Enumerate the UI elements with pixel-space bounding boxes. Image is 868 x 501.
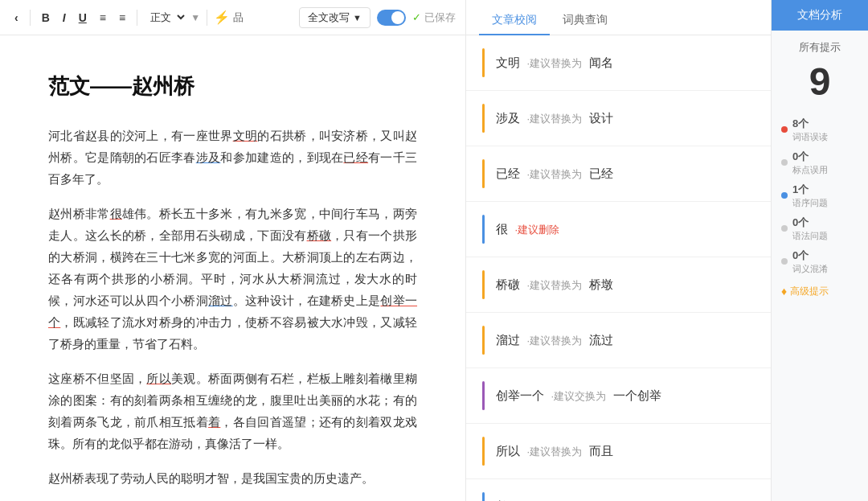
review-panel: 文章校阅 词典查询 文明 ·建议替换为 闻名 涉及 ·建议替换为 设计 已经 ·…: [466, 0, 772, 501]
analysis-total-count: 9: [781, 61, 858, 104]
analysis-item-4: 0个 语法问题: [781, 216, 858, 242]
editor-para-4: 赵州桥表现了劳动人民的聪明才智，是我国宝贵的历史遗产。: [48, 467, 417, 489]
item-content-5: 桥礅 ·建议替换为 桥墩: [496, 277, 755, 293]
item-bar-3: [482, 159, 485, 188]
item-replace-3: 已经: [589, 166, 613, 180]
item-suggest-6: ·建议替换为: [526, 335, 582, 347]
word-wenming: 文明: [233, 129, 258, 142]
item-bar-8: [482, 437, 485, 466]
toolbar-right: 全文改写 ▼ ✓ 已保存: [299, 7, 456, 28]
analysis-item-1: 8个 词语误读: [781, 117, 858, 143]
word-sheji: 涉及: [196, 150, 221, 164]
tab-article[interactable]: 文章校阅: [479, 6, 550, 35]
review-item-4[interactable]: 很 ·建议删除: [466, 202, 771, 257]
item-bar-1: [482, 48, 485, 77]
full-rewrite-btn[interactable]: 全文改写 ▼: [299, 7, 371, 28]
toggle-switch[interactable]: [377, 10, 406, 26]
dot-icon-3: [781, 192, 788, 199]
analysis-content: 所有提示 9 8个 词语误读 0个 标点误用 1个 语序问题: [772, 31, 868, 501]
italic-button[interactable]: I: [58, 8, 71, 27]
item-word-2: 涉及: [496, 111, 520, 125]
item-suggest-5: ·建议替换为: [526, 279, 582, 291]
word-suoyi: 所以: [146, 372, 171, 385]
dot-icon-1: [781, 126, 788, 133]
item-content-7: 创举一个 ·建议交换为 一个创举: [496, 388, 755, 404]
editor-para-2: 赵州桥非常很雄伟。桥长五十多米，有九米多宽，中间行车马，两旁走人。这么长的桥，全…: [48, 203, 417, 355]
analysis-item-3: 1个 语序问题: [781, 183, 858, 209]
separator-3: [207, 10, 207, 26]
separator-2: [137, 10, 137, 26]
review-item-8[interactable]: 所以 ·建议替换为 而且: [466, 424, 771, 479]
item-bar-7: [482, 381, 485, 410]
review-item-3[interactable]: 已经 ·建议替换为 已经: [466, 146, 771, 202]
ordered-list-button[interactable]: ≡: [95, 8, 111, 27]
item-replace-8: 而且: [589, 444, 613, 458]
item-word-1: 文明: [496, 55, 520, 69]
item-word-7: 创举一个: [496, 388, 544, 402]
item-word-4: 很: [496, 222, 508, 236]
analysis-item-label-4: 0个 语法问题: [792, 216, 828, 242]
dot-icon-2: [781, 159, 788, 166]
analysis-item-label-1: 8个 词语误读: [792, 117, 828, 143]
word-qiaodun: 桥礅: [307, 228, 332, 242]
review-item-6[interactable]: 溜过 ·建议替换为 流过: [466, 313, 771, 368]
advanced-hint-label: 高级提示: [790, 285, 829, 298]
analysis-item-label-3: 1个 语序问题: [792, 183, 828, 209]
editor-para-3: 这座桥不但坚固，所以美观。桥面两侧有石栏，栏板上雕刻着橄里糊涂的图案：有的刻着两…: [48, 368, 417, 454]
review-item-1[interactable]: 文明 ·建议替换为 闻名: [466, 35, 771, 91]
item-replace-7: 一个创举: [613, 388, 661, 402]
save-check-icon: ✓: [412, 11, 421, 23]
toolbar: ‹ B I U ≡ ≡ 正文 ▼ ⚡ 品 全文改写 ▼ ✓ 已保存: [0, 0, 465, 35]
item-word-8: 所以: [496, 444, 520, 458]
word-hen: 很: [110, 207, 122, 220]
item-suggest-2: ·建议替换为: [526, 113, 582, 125]
analysis-item-label-5: 0个 词义混淆: [792, 248, 828, 275]
item-suggest-1: ·建议替换为: [526, 57, 582, 69]
separator-1: [30, 10, 31, 26]
item-replace-6: 流过: [589, 333, 613, 347]
tab-dict[interactable]: 词典查询: [550, 6, 620, 35]
review-items-list: 文明 ·建议替换为 闻名 涉及 ·建议替换为 设计 已经 ·建议替换为 已经: [466, 35, 771, 501]
advanced-hint[interactable]: ♦ 高级提示: [781, 285, 858, 298]
item-suggest-3: ·建议替换为: [526, 168, 582, 180]
analysis-btn[interactable]: 文档分析: [772, 0, 868, 31]
item-bar-9: [482, 492, 485, 501]
item-content-4: 很 ·建议删除: [496, 222, 755, 237]
item-bar-5: [482, 270, 485, 299]
full-rewrite-label: 全文改写: [308, 10, 350, 25]
doc-title: 范文——赵州桥: [48, 68, 417, 105]
item-content-1: 文明 ·建议替换为 闻名: [496, 55, 755, 71]
review-item-7[interactable]: 创举一个 ·建议交换为 一个创举: [466, 368, 771, 424]
item-content-6: 溜过 ·建议替换为 流过: [496, 333, 755, 348]
back-button[interactable]: ‹: [10, 8, 23, 27]
word-liuguo: 溜过: [208, 294, 233, 307]
editor-content[interactable]: 范文——赵州桥 河北省赵县的洨河上，有一座世界文明的石拱桥，叫安济桥，又叫赵州桥…: [0, 35, 465, 501]
analysis-panel: 文档分析 所有提示 9 8个 词语误读 0个 标点误用 1个 语序问题: [772, 0, 868, 501]
lightning-button[interactable]: ⚡: [214, 10, 230, 25]
item-content-8: 所以 ·建议替换为 而且: [496, 444, 755, 459]
review-item-5[interactable]: 桥礅 ·建议替换为 桥墩: [466, 257, 771, 313]
style-select[interactable]: 正文: [144, 9, 187, 26]
analysis-item-2: 0个 标点误用: [781, 150, 858, 176]
item-content-2: 涉及 ·建议替换为 设计: [496, 111, 755, 126]
save-status: ✓ 已保存: [412, 10, 456, 25]
review-item-2[interactable]: 涉及 ·建议替换为 设计: [466, 91, 771, 146]
analysis-section-title: 所有提示: [781, 40, 858, 55]
style-arrow: ▼: [190, 12, 200, 23]
item-bar-6: [482, 326, 485, 355]
analysis-item-label-2: 0个 标点误用: [792, 150, 828, 176]
unordered-list-button[interactable]: ≡: [114, 8, 130, 27]
word-chuangju: 创举一个: [48, 294, 417, 329]
review-tabs: 文章校阅 词典查询: [466, 0, 771, 35]
underline-button[interactable]: U: [74, 8, 92, 27]
word-zhe: 着: [208, 415, 220, 429]
dot-icon-5: [781, 258, 788, 265]
review-item-9[interactable]: 着 ·建议删除: [466, 479, 771, 501]
display-icon: 品: [233, 10, 244, 25]
rewrite-arrow: ▼: [353, 13, 362, 23]
item-bar-2: [482, 104, 485, 133]
bold-button[interactable]: B: [37, 8, 55, 27]
item-word-5: 桥礅: [496, 277, 520, 291]
item-bar-4: [482, 215, 485, 244]
item-word-6: 溜过: [496, 333, 520, 347]
